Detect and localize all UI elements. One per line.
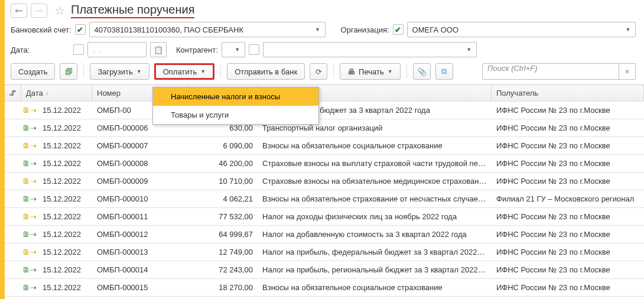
cell-number: ОМБП-000015 [92,283,189,292]
document-icon: 🗎⇢ [22,212,37,221]
cell-date: 15.12.2022 [38,194,92,203]
paperclip-icon: 🖇 [9,89,17,98]
print-button[interactable]: 🖶Печать▼ [340,63,401,80]
cell-number: ОМБП-000008 [92,159,189,168]
sort-down-icon: ↓ [45,90,48,96]
structure-button[interactable]: ⧉ [435,63,453,80]
date-checkbox[interactable] [73,44,84,55]
cell-number: ОМБП-000010 [92,194,189,203]
chevron-down-icon[interactable]: ▼ [233,43,242,56]
column-date[interactable]: Дата↓ [21,85,92,101]
load-button[interactable]: Загрузить▼ [90,63,149,80]
organization-label: Организация: [341,25,389,34]
bank-account-field[interactable]: 40703810138110100360, ПАО СБЕРБАНК ▼ [89,22,326,37]
bank-account-checkbox[interactable] [75,24,86,35]
nav-back-button[interactable]: 🡐 [11,4,27,18]
chevron-down-icon[interactable]: ▼ [623,23,633,36]
organization-value: ОМЕГА ООО [412,25,623,34]
organization-checkbox[interactable] [393,24,404,35]
refresh-icon: ⟳ [316,67,322,76]
cell-recipient: ИФНС России № 23 по г.Москве [492,230,644,239]
chevron-down-icon[interactable]: ▼ [464,43,474,56]
cell-number: ОМБП-000009 [92,177,189,186]
chevron-down-icon: ▼ [388,69,393,74]
cell-description: Транспортный налог организаций [258,124,492,132]
send-to-bank-button[interactable]: Отправить в банк [227,63,305,80]
pay-dropdown-menu: Начисленные налоги и взносы Товары и усл… [152,87,319,125]
cell-description: Налог на прибыль, федеральный бюджет за … [258,248,492,256]
cell-date: 15.12.2022 [38,177,92,186]
cell-description: Страховые взносы на обязательное медицин… [258,177,492,186]
cell-recipient: ИФНС России № 23 по г.Москве [492,212,644,221]
hierarchy-icon: ⧉ [441,67,447,76]
document-icon: 🗎⇢ [22,265,37,274]
cell-date: 15.12.2022 [38,248,92,256]
column-recipient[interactable]: Получатель [492,85,644,101]
bank-account-label: Банковский счет: [11,25,71,34]
date-label: Дата: [11,46,70,54]
table-row[interactable]: 🗎⇢15.12.2022ОМБП-00001472 243,00Налог на… [5,261,644,279]
copy-button[interactable]: 🗐 [60,63,77,80]
counterparty-field[interactable]: ▼ [263,42,477,57]
document-icon: 🗎⇢ [22,141,37,150]
cell-sum: 10 710,00 [189,177,258,186]
table-row[interactable]: 🗎⇢15.12.2022ОМБП-000006630,00Транспортны… [5,119,644,137]
cell-recipient: Филиал 21 ГУ – Московского регионал [492,194,644,203]
cell-recipient: ИФНС России № 23 по г.Москве [492,106,644,115]
table-row[interactable]: 🗎⇢15.12.2022ОМБП-0000104 062,21Взносы на… [5,190,644,208]
menu-item-goods[interactable]: Товары и услуги [153,106,318,124]
counterparty-checkbox[interactable] [249,44,259,55]
counterparty-short-field[interactable]: ▼ [222,42,245,57]
column-attach[interactable]: 🖇 [5,85,21,101]
cell-sum: 46 200,00 [189,159,258,168]
organization-field[interactable]: ОМЕГА ООО ▼ [407,22,636,37]
date-from-field[interactable]: . . [87,42,147,57]
chevron-down-icon: ▼ [200,69,206,74]
cell-description: Страховые взносы на выплату страховой ча… [258,159,492,168]
search-input[interactable]: Поиск (Ctrl+F) [482,63,619,80]
table-row[interactable]: 🗎⇢15.12.2022ОМБП-00001312 749,00Налог на… [5,243,644,261]
page-title: Платежные поручения [71,3,194,18]
pay-button[interactable]: Оплатить▼ [154,63,215,80]
cell-number: ОМБП-000006 [92,124,189,132]
table-row[interactable]: 🗎⇢15.12.2022ОМБП-00001177 532,00Налог на… [5,208,644,226]
table-header: 🖇 Дата↓ Номер жа Получатель [5,85,644,102]
table-row[interactable]: 🗎⇢15.12.2022ОМБП-0000076 090,00Взносы на… [5,137,644,155]
copy-icon: 🗐 [65,67,73,76]
nav-forward-button[interactable]: 🡒 [31,4,47,18]
table-row[interactable]: 🗎⇢15.12.2022ОМБП-00000910 710,00Страховы… [5,173,644,190]
chevron-down-icon[interactable]: ▼ [313,23,323,36]
calendar-icon[interactable]: 📋 [150,42,167,57]
document-icon: 🗎⇢ [22,194,37,203]
cell-sum: 77 532,00 [189,212,258,221]
cell-description: Взносы на обязательное социальное страхо… [258,283,492,292]
cell-date: 15.12.2022 [38,159,92,168]
cell-recipient: ИФНС России № 23 по г.Москве [492,159,644,168]
menu-item-taxes[interactable]: Начисленные налоги и взносы [153,87,318,106]
cell-date: 15.12.2022 [38,106,92,115]
cell-description: Налог на доходы физических лиц за ноябрь… [258,212,492,221]
cell-sum: 18 270,00 [189,283,258,292]
table-row[interactable]: 🗎⇢15.12.2022ОМБП-00001264 999,67Налог на… [5,226,644,243]
table-row[interactable]: 🗎⇢15.12.2022ОМБП-00001518 270,00Взносы н… [5,279,644,297]
favorite-star-icon[interactable]: ☆ [54,4,65,18]
document-icon: 🗎⇢ [22,159,37,168]
cell-sum: 64 999,67 [189,230,258,239]
table-row[interactable]: 🗎⇢15.12.2022ОМБП-00, региональный бюджет… [5,102,644,119]
paperclip-icon: 📎 [417,67,427,76]
cell-recipient: ИФНС России № 23 по г.Москве [492,141,644,150]
table-row[interactable]: 🗎⇢15.12.2022ОМБП-00000846 200,00Страховы… [5,155,644,173]
cell-sum: 630,00 [189,124,258,132]
cell-recipient: ИФНС России № 23 по г.Москве [492,177,644,186]
attach-button[interactable]: 📎 [413,63,431,80]
cell-number: ОМБП-000012 [92,230,189,239]
cell-number: ОМБП-000011 [92,212,189,221]
document-icon: 🗎⇢ [22,248,37,256]
cell-description: Взносы на обязательное страхование от не… [258,194,492,203]
create-button[interactable]: Создать [11,63,55,80]
refresh-button[interactable]: ⟳ [310,63,327,80]
cell-date: 15.12.2022 [38,124,92,132]
cell-description: Взносы на обязательное социальное страхо… [258,141,492,150]
document-icon: 🗎⇢ [22,283,37,292]
search-clear-button[interactable]: × [619,63,636,80]
